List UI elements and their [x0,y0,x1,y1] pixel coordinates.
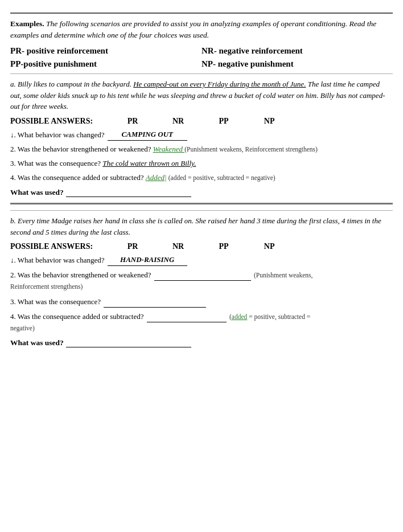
scenario-a-part1: Billy likes to campout in the backyard. [18,80,133,88]
np-abbr: NP- [202,59,216,68]
scenario-b: b. Every time Madge raises her hand in c… [10,215,393,238]
q2-a-note: (Punishment weakens, Reinforcement stren… [184,146,318,153]
mid-divider-1 [10,73,393,74]
pa-b-np: NP [261,242,278,251]
intro-italic: The following scenarios are provided to … [10,19,376,39]
q4-a-row: 4. Was the consequence added or subtract… [10,172,393,183]
legend-pr: PR- positive reinforcement [10,46,202,56]
q4-b-blank [147,310,227,322]
q2-a-row: 2. Was the behavior strengthened or weak… [10,144,393,155]
pa-b-pp: PP [215,242,232,251]
q1-a-answer: CAMPING OUT [108,129,187,141]
pa-a-label: POSSIBLE ANSWERS: [10,117,93,126]
legend-nr: NR- negative reinforcement [202,46,393,56]
scenario-b-content: Every time Madge raises her hand in clas… [10,216,381,236]
q4-a-note: (added = positive, subtracted = negative… [168,174,275,181]
scenario-a-label: a. [10,80,16,88]
q1-b-row: ↓. What behavior was changed? HAND-RAISI… [10,254,393,266]
q2-b-label: 2. Was the behavior strengthened or weak… [10,271,151,279]
scenario-b-label: b. [10,216,16,225]
section-divider [10,203,393,204]
pa-a-options: PR NR PP NP [110,117,292,126]
intro-bold: Examples. [10,19,44,28]
legend-np: NP- negative punishment [202,59,393,69]
q1-a-label: . What behavior was changed? [14,130,106,139]
q1-b-label: . What behavior was changed? [14,256,106,264]
pr-meaning: positive reinforcement [24,46,108,55]
q3-b-blank [104,296,206,308]
scenario-a: a. Billy likes to campout in the backyar… [10,79,393,112]
what-used-a-blank [66,197,191,197]
what-used-b-label: What was used? [10,338,64,347]
intro-block: Examples. The following scenarios are pr… [10,18,393,40]
what-used-a: What was used? [10,188,393,197]
pa-b-pr: PR [124,242,141,251]
q3-a-answer: The cold water thrown on Billy. [102,159,196,167]
scenario-b-text: b. Every time Madge raises her hand in c… [10,215,393,238]
pa-b-label: POSSIBLE ANSWERS: [10,242,93,251]
what-used-a-label: What was used? [10,188,64,197]
q2-b-blank [154,269,251,281]
pa-a-pr: PR [124,117,141,126]
what-used-b-blank [66,347,191,347]
possible-answers-a: POSSIBLE ANSWERS: PR NR PP NP [10,117,393,126]
legend-row-1: PR- positive reinforcement NR- negative … [10,46,393,56]
pp-abbr: PP- [10,59,23,68]
intro-text: Examples. The following scenarios are pr… [10,18,393,40]
possible-answers-b: POSSIBLE ANSWERS: PR NR PP NP [10,242,393,251]
q2-a-label: 2. Was the behavior strengthened or weak… [10,145,151,153]
nr-meaning: negative reinforcement [217,46,303,55]
q3-a-label: 3. What was the consequence? [10,159,101,167]
scenario-a-underlined: He camped-out on every Friday during the… [133,80,306,88]
pa-a-nr: NR [170,117,187,126]
q2-b-row: 2. Was the behavior strengthened or weak… [10,269,393,292]
pa-a-np: NP [261,117,278,126]
nr-abbr: NR- [202,46,217,55]
top-divider [10,13,393,14]
q4-a-answer: Added| [146,173,167,182]
q3-b-row: 3. What was the consequence? [10,296,393,308]
page: Examples. The following scenarios are pr… [0,0,403,361]
pa-a-pp: PP [215,117,232,126]
q2-a-answer: Weakened [153,145,184,153]
q4-b-row: 4. Was the consequence added or subtract… [10,310,393,334]
q1-b-answer: HAND-RAISING [108,254,187,266]
scenario-a-text: a. Billy likes to campout in the backyar… [10,79,393,112]
q3-a-row: 3. What was the consequence? The cold wa… [10,158,393,169]
np-meaning: negative punishment [216,59,294,68]
pp-meaning: positive punishment [23,59,97,68]
legend-pp: PP-positive punishment [10,59,202,69]
q3-b-label: 3. What was the consequence? [10,297,101,306]
mid-divider-2 [10,210,393,211]
q4-b-label: 4. Was the consequence added or subtract… [10,312,143,321]
q1-a-row: ↓. What behavior was changed? CAMPING OU… [10,129,393,141]
pa-b-nr: NR [170,242,187,251]
q4-a-label: 4. Was the consequence added or subtract… [10,173,143,182]
pa-b-options: PR NR PP NP [110,242,292,251]
legend-row-2: PP-positive punishment NP- negative puni… [10,59,393,69]
what-used-b: What was used? [10,338,393,347]
pr-abbr: PR- [10,46,24,55]
